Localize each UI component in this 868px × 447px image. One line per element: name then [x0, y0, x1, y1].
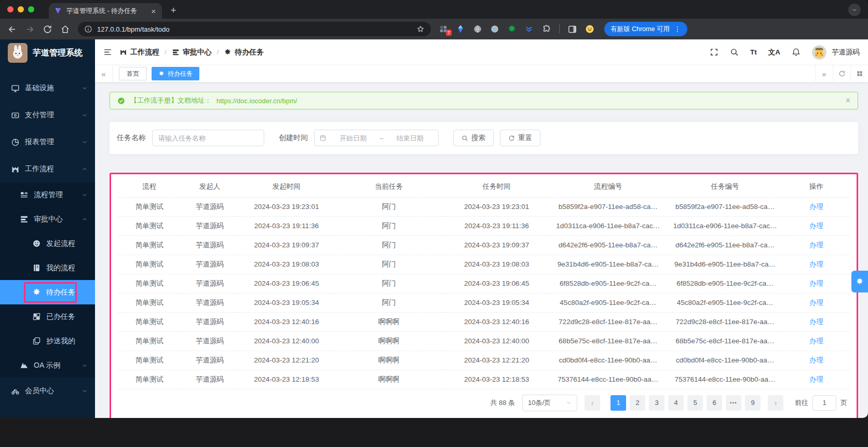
tab-search-button[interactable]: [848, 4, 861, 16]
handle-task-link[interactable]: 办理: [809, 375, 823, 383]
profile-emoji-avatar[interactable]: [585, 24, 594, 34]
browser-menu-icon[interactable]: ⋮: [674, 25, 681, 33]
goto-page-input[interactable]: [812, 395, 836, 411]
sidebar-item-infrastructure[interactable]: 基础设施: [0, 75, 95, 102]
handle-task-link[interactable]: 办理: [809, 203, 823, 211]
handle-task-link[interactable]: 办理: [809, 280, 823, 287]
create-time-range-picker[interactable]: –: [314, 130, 439, 146]
app-logo-row[interactable]: 芋道管理系统: [0, 39, 95, 66]
layout-grid-button[interactable]: [850, 65, 868, 82]
theme-settings-button[interactable]: [851, 271, 868, 292]
extension-kite-icon[interactable]: [456, 24, 465, 34]
chevron-down-icon: [851, 7, 858, 13]
handle-task-link[interactable]: 办理: [809, 299, 823, 306]
handle-task-link[interactable]: 办理: [809, 337, 823, 345]
chevron-down-icon: [82, 112, 88, 118]
handle-task-link[interactable]: 办理: [809, 241, 823, 249]
browser-tab[interactable]: 芋道管理系统 - 待办任务 ×: [49, 3, 162, 19]
reset-button[interactable]: 重置: [500, 130, 540, 146]
sidebar-item-done-tasks[interactable]: 已办任务: [0, 304, 95, 329]
search-icon[interactable]: [730, 48, 739, 57]
page-size-select[interactable]: 10条/页: [522, 395, 577, 411]
locale-icon[interactable]: 文A: [768, 49, 780, 56]
tags-scroll-right-button[interactable]: »: [815, 65, 833, 82]
more-pages-button[interactable]: •••: [726, 395, 741, 411]
notification-bell-icon[interactable]: [792, 48, 801, 57]
back-button[interactable]: [7, 24, 17, 34]
username[interactable]: 芋道源码: [832, 48, 860, 57]
close-tab-icon[interactable]: ×: [150, 7, 157, 16]
extension-circle-icon[interactable]: [490, 24, 499, 34]
sidebar-item-oa-example[interactable]: OA 示例: [0, 353, 95, 378]
address-bar[interactable]: 127.0.0.1/bpm/task/todo: [78, 22, 431, 36]
tag-home[interactable]: 首页: [119, 67, 147, 80]
maximize-window-button[interactable]: [28, 6, 34, 12]
handle-task-link[interactable]: 办理: [809, 222, 823, 230]
alert-link[interactable]: https://doc.iocoder.cn/bpm/: [216, 97, 297, 105]
side-panel-icon[interactable]: [567, 24, 577, 34]
bookmark-star-icon[interactable]: [416, 25, 425, 33]
next-page-button[interactable]: ›: [768, 395, 783, 411]
breadcrumb-item[interactable]: 待办任务: [224, 48, 264, 57]
page-button-3[interactable]: 3: [649, 395, 664, 411]
collapse-menu-icon[interactable]: [103, 48, 112, 57]
table-cell: 芋道源码: [181, 274, 239, 293]
table-cell: 啊啊啊: [334, 312, 443, 331]
tags-scroll-left-button[interactable]: «: [95, 65, 113, 82]
user-avatar[interactable]: [812, 45, 826, 60]
handle-task-link[interactable]: 办理: [809, 356, 823, 364]
extension-icon[interactable]: 7: [439, 24, 448, 34]
close-window-button[interactable]: [7, 6, 13, 12]
sidebar-item-my-process[interactable]: 我的流程: [0, 256, 95, 280]
refresh-page-button[interactable]: [833, 65, 850, 82]
task-name-input[interactable]: [152, 130, 264, 146]
sidebar-item-workflow[interactable]: 工作流程: [0, 156, 95, 183]
handle-task-link[interactable]: 办理: [809, 318, 823, 326]
breadcrumb-separator: /: [165, 48, 167, 56]
sidebar-item-payment-management[interactable]: 支付管理: [0, 102, 95, 129]
page-button-4[interactable]: 4: [668, 395, 684, 411]
chrome-update-button[interactable]: 有新版 Chrome 可用 ⋮: [604, 22, 687, 36]
page-button-2[interactable]: 2: [630, 395, 645, 411]
start-date-input[interactable]: [330, 134, 376, 142]
end-date-input[interactable]: [387, 134, 433, 142]
table-cell: 2024-03-23 19:06:45: [444, 274, 550, 293]
font-size-icon[interactable]: Tt: [750, 49, 757, 56]
prev-page-button[interactable]: ‹: [585, 395, 600, 411]
forward-button[interactable]: [25, 24, 35, 34]
site-favicon-icon: [54, 7, 62, 15]
extension-flower-icon[interactable]: [507, 24, 517, 34]
extension-chevrons-icon[interactable]: [524, 24, 534, 34]
handle-task-link[interactable]: 办理: [809, 260, 823, 268]
sidebar-item-report-management[interactable]: 报表管理: [0, 129, 95, 156]
page-button-1[interactable]: 1: [611, 395, 626, 411]
sidebar-item-member-center[interactable]: 会员中心: [0, 378, 95, 404]
breadcrumb-item[interactable]: 工作流程: [119, 48, 159, 57]
smile-icon: [32, 239, 41, 248]
page-size-value: 10条/页: [528, 398, 551, 408]
sidebar-item-cc-to-me[interactable]: 抄送我的: [0, 329, 95, 353]
extensions-puzzle-icon[interactable]: [541, 24, 551, 34]
site-info-icon[interactable]: [84, 25, 92, 33]
breadcrumb-item[interactable]: 审批中心: [172, 48, 212, 57]
sidebar-item-todo-tasks[interactable]: 待办任务: [0, 280, 95, 304]
table-cell: 2024-03-23 12:40:16: [239, 312, 334, 331]
new-tab-button[interactable]: +: [166, 3, 181, 18]
search-button[interactable]: 搜索: [453, 130, 494, 146]
minimize-window-button[interactable]: [18, 6, 24, 12]
home-button[interactable]: [60, 24, 70, 34]
sidebar-item-initiate-process[interactable]: 发起流程: [0, 231, 95, 256]
app-layout: 芋道管理系统 基础设施支付管理报表管理工作流程流程管理审批中心发起流程我的流程待…: [0, 39, 868, 418]
page-button-6[interactable]: 6: [707, 395, 722, 411]
table-cell: 9e31b4d6-e905-11ee-b8a7-ca…: [667, 255, 783, 274]
extension-globe-icon[interactable]: [473, 24, 482, 34]
tag-todo-tasks[interactable]: 待办任务: [152, 67, 199, 80]
reload-button[interactable]: [43, 24, 52, 34]
page-button-5[interactable]: 5: [687, 395, 703, 411]
sidebar-item-approval-center[interactable]: 审批中心: [0, 207, 95, 231]
alert-close-icon[interactable]: ×: [846, 96, 850, 105]
fullscreen-icon[interactable]: [710, 48, 718, 57]
page-button-9[interactable]: 9: [745, 395, 761, 411]
sidebar-item-process-management[interactable]: 流程管理: [0, 183, 95, 207]
task-name-label: 任务名称: [117, 133, 146, 143]
